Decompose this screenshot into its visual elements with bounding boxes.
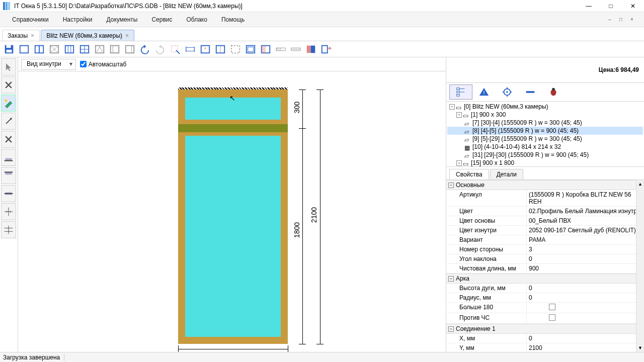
dimension-button[interactable]: [183, 42, 197, 56]
tool-b-button[interactable]: [108, 42, 122, 56]
save-button[interactable]: [2, 42, 16, 56]
frame-split-v-button[interactable]: [32, 42, 46, 56]
menu-service[interactable]: Сервис: [144, 14, 179, 25]
select-tool-button[interactable]: [168, 42, 182, 56]
prop-val[interactable]: 2052 090-167 Светлый дуб (RENOLIT): [527, 226, 644, 235]
draw-tool[interactable]: [1, 95, 16, 112]
tree-node[interactable]: −▭[0] Blitz NEW (60мм,3 камеры): [447, 103, 643, 111]
prop-row[interactable]: Номер стороны3: [446, 245, 644, 254]
prop-val[interactable]: РАМА: [527, 235, 644, 244]
frame-h-button[interactable]: [77, 42, 92, 56]
close-icon[interactable]: ×: [125, 32, 129, 39]
autoscale-checkbox[interactable]: Автомасштаб: [80, 61, 127, 68]
maximize-button[interactable]: □: [600, 0, 622, 12]
prop-val[interactable]: 0: [527, 334, 644, 343]
structure-tree[interactable]: −▭[0] Blitz NEW (60мм,3 камеры) −▭[1] 90…: [446, 102, 644, 167]
prop-val[interactable]: 900: [527, 264, 644, 273]
tree-view-button[interactable]: [449, 84, 472, 100]
delete2-tool[interactable]: [1, 131, 16, 148]
group-main[interactable]: −Основные: [446, 180, 644, 190]
tab-properties[interactable]: Свойства: [449, 169, 489, 179]
prop-row[interactable]: Против ЧС: [446, 313, 644, 324]
view-mode-select[interactable]: Вид изнутри: [21, 59, 76, 70]
cursor-tool[interactable]: [1, 58, 16, 75]
undo-button[interactable]: [138, 42, 152, 56]
prop-val[interactable]: 00_Белый ПВХ: [527, 216, 644, 225]
property-grid[interactable]: −Основные Артикул(1555009 R ) Коробка BL…: [446, 180, 644, 352]
star-box-button[interactable]: *: [198, 42, 212, 56]
close-icon[interactable]: ×: [31, 32, 34, 39]
tool-c-button[interactable]: [123, 42, 137, 56]
tab-blitz[interactable]: Blitz NEW (60мм,3 камеры) ×: [41, 30, 134, 41]
tree-node[interactable]: −▭[1] 900 x 300: [447, 111, 643, 119]
wand-tool[interactable]: [1, 113, 16, 130]
prop-val[interactable]: [527, 313, 644, 323]
tree-node[interactable]: ▱[8] [4]-[5] (1555009 R ) w = 900 (45; 4…: [447, 127, 643, 135]
minimize-button[interactable]: —: [578, 0, 600, 12]
menu-cloud[interactable]: Облако: [180, 14, 214, 25]
prop-row[interactable]: Цвет02.Профиль Белый Ламинация изнутри: [446, 207, 644, 216]
dashed-box-button[interactable]: [228, 42, 243, 56]
tree-node[interactable]: ▱[31] [29]-[30] (1555009 R ) w = 900 (45…: [447, 151, 643, 159]
window-mullion[interactable]: [178, 124, 288, 132]
prop-val[interactable]: 0: [527, 293, 644, 302]
frame-split2-button[interactable]: [62, 42, 76, 56]
prop-row[interactable]: Артикул(1555009 R ) Коробка BLITZ NEW 56…: [446, 190, 644, 207]
split-box-button[interactable]: [213, 42, 227, 56]
prop-row[interactable]: Цвет изнутри2052 090-167 Светлый дуб (RE…: [446, 226, 644, 235]
prop-val[interactable]: [527, 303, 644, 313]
prop-row[interactable]: Угол наклона0: [446, 254, 644, 264]
menu-help[interactable]: Помощь: [214, 14, 252, 25]
checkbox[interactable]: [549, 314, 555, 321]
frame-single-button[interactable]: [17, 42, 31, 56]
prop-row[interactable]: Чистовая длина, мм900: [446, 264, 644, 274]
window-main-glass[interactable]: [184, 135, 282, 338]
prop-val[interactable]: 2100: [527, 343, 644, 352]
tree-node[interactable]: −▭[15] 900 x 1 800: [447, 159, 643, 167]
prop-val[interactable]: 3: [527, 245, 644, 254]
grid2-tool[interactable]: [1, 221, 16, 238]
double-box-button[interactable]: [244, 42, 258, 56]
half-box-button[interactable]: [259, 42, 273, 56]
group-connection[interactable]: −Соединение 1: [446, 324, 644, 334]
prop-val[interactable]: 0: [527, 284, 644, 293]
menu-references[interactable]: Справочники: [5, 14, 56, 25]
settings-button[interactable]: [496, 84, 519, 100]
tool-a-button[interactable]: [93, 42, 107, 56]
frame-crossed-button[interactable]: [47, 42, 61, 56]
menu-settings[interactable]: Настройки: [56, 14, 100, 25]
color-swap-button[interactable]: [304, 42, 318, 56]
prop-row[interactable]: Y, мм2100: [446, 343, 644, 352]
tab-orders[interactable]: Заказы ×: [2, 30, 40, 41]
delete-tool[interactable]: [1, 76, 16, 94]
bug-button[interactable]: [542, 84, 565, 100]
scroll-up-icon[interactable]: ▲: [636, 180, 644, 188]
align-m-tool[interactable]: [1, 185, 16, 202]
tree-node[interactable]: ▦[10] (4-10-4-10-4) 814 x 214 x 32: [447, 143, 643, 151]
group-arc[interactable]: −Арка: [446, 274, 644, 284]
checkbox[interactable]: [549, 304, 555, 310]
align-t-tool[interactable]: [1, 167, 16, 184]
scrollbar[interactable]: ▲▼: [636, 180, 644, 352]
prop-val[interactable]: 02.Профиль Белый Ламинация изнутри: [527, 207, 644, 216]
mdi-close-icon[interactable]: ×: [628, 17, 636, 23]
tab-details[interactable]: Детали: [490, 169, 523, 179]
prop-row[interactable]: Цвет основы00_Белый ПВХ: [446, 216, 644, 226]
prop-row[interactable]: Радиус, мм0: [446, 293, 644, 303]
drawing-canvas[interactable]: ↖ 900 300 1800 2100: [18, 71, 446, 352]
warnings-button[interactable]: !: [472, 84, 496, 100]
prop-row[interactable]: X, мм0: [446, 334, 644, 343]
prop-row[interactable]: Высота дуги, мм0: [446, 284, 644, 293]
menu-documents[interactable]: Документы: [100, 14, 145, 25]
close-button[interactable]: ✕: [622, 0, 644, 12]
tree-node[interactable]: ▱[9] [5]-[29] (1555009 R ) w = 300 (45; …: [447, 135, 643, 143]
prop-val[interactable]: 0: [527, 254, 644, 263]
redo-button[interactable]: [153, 42, 167, 56]
prop-val[interactable]: (1555009 R ) Коробка BLITZ NEW 56 REH: [527, 190, 644, 206]
hatch1-button[interactable]: [274, 42, 288, 56]
prop-row[interactable]: Больше 180: [446, 303, 644, 313]
mdi-min-icon[interactable]: –: [606, 17, 614, 23]
export-button[interactable]: [319, 42, 333, 56]
prop-row[interactable]: ВариантРАМА: [446, 235, 644, 245]
profile-button[interactable]: [519, 84, 542, 100]
